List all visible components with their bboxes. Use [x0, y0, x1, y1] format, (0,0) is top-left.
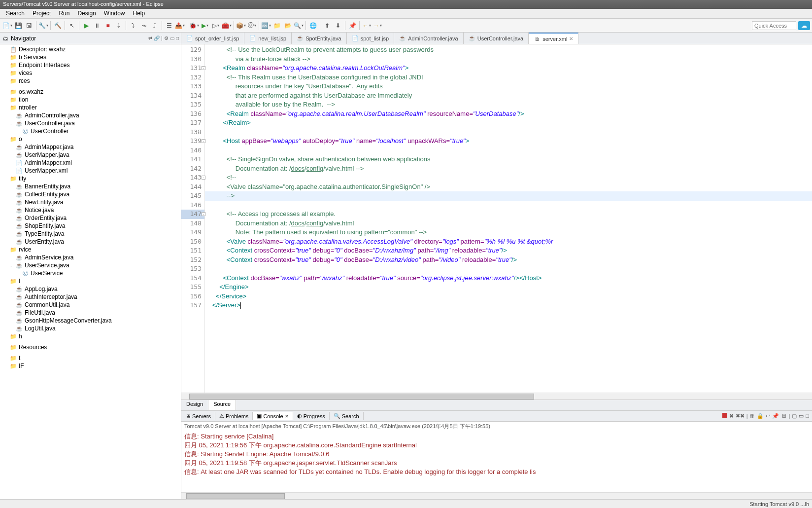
console-tab-problems[interactable]: ⚠ Problems [215, 412, 253, 420]
back-button[interactable]: ← [362, 21, 371, 30]
tree-item[interactable]: 📁Endpoint Interfaces [0, 61, 181, 69]
tree-item[interactable]: -☕UserController.java [0, 119, 181, 127]
menu-help[interactable]: Help [129, 9, 149, 18]
tree-item[interactable]: ☕AppLog.java [0, 285, 181, 293]
tree-item[interactable]: ☕OrderEntity.java [0, 214, 181, 222]
max-view-icon[interactable]: □ [806, 413, 809, 419]
new-package-icon[interactable]: 📦 [237, 21, 245, 30]
tree-item[interactable]: ⒸUserService [0, 269, 181, 277]
tree-item[interactable]: 📁vices [0, 69, 181, 77]
tree-item[interactable]: ☕LogUtil.java [0, 325, 181, 332]
code-editor[interactable]: <!-- Use the LockOutRealm to prevent att… [205, 44, 812, 393]
terminate-icon[interactable] [722, 413, 727, 418]
menu-design[interactable]: Design [73, 9, 100, 18]
word-wrap-icon[interactable]: ↩ [766, 413, 770, 419]
step-return-icon[interactable]: ⤴ [150, 21, 159, 30]
next-annotation-icon[interactable]: ⬇ [334, 21, 342, 30]
editor-hscroll[interactable] [181, 393, 812, 399]
folder-icon[interactable]: 📁 [272, 21, 281, 30]
menu-run[interactable]: Run [55, 9, 73, 18]
editor-tab[interactable]: 📄spot_order_list.jsp [181, 33, 244, 44]
menu-project[interactable]: Project [29, 9, 55, 18]
folder2-icon[interactable]: 📂 [283, 21, 292, 30]
tree-item[interactable]: -☕UserService.java [0, 261, 181, 269]
console-output[interactable]: 信息: Starting service [Catalina]四月 05, 20… [181, 431, 812, 492]
clear-console-icon[interactable]: 🗑 [749, 413, 755, 419]
new-button[interactable]: 📄 [3, 21, 12, 30]
console-tab-servers[interactable]: 🖥 Servers [181, 412, 215, 420]
editor-tab[interactable]: 🗎server.xml✕ [529, 33, 578, 44]
remove-launch-icon[interactable]: ✖ [729, 413, 734, 419]
mode-tab-design[interactable]: Design [181, 400, 208, 410]
cursor-icon[interactable]: ↖ [68, 21, 76, 30]
suspend-icon[interactable]: ⏸ [93, 21, 102, 30]
tree-item[interactable]: ☕AdminController.java [0, 111, 181, 119]
menu-window[interactable]: Window [100, 9, 129, 18]
pin-icon[interactable]: 📌 [348, 21, 357, 30]
tree-item[interactable]: ☕TypeEntity.java [0, 230, 181, 238]
tree-item[interactable]: ☕ShopEntity.java [0, 222, 181, 230]
resume-icon[interactable]: ▶ [82, 21, 91, 30]
tree-item[interactable]: ⒸUserController [0, 127, 181, 135]
tree-item[interactable]: ☕AdminMapper.java [0, 143, 181, 151]
remove-all-icon[interactable]: ✖✖ [736, 413, 744, 419]
editor-tab[interactable]: ☕AdminController.java [394, 33, 464, 44]
tree-item[interactable]: 📁IF [0, 362, 181, 370]
link-editor-icon[interactable]: 🔗 [154, 36, 160, 41]
build-icon[interactable]: 🔨 [53, 21, 62, 30]
tree-item[interactable]: 📋Descriptor: wxahz [0, 45, 181, 53]
tree-item[interactable]: ☕BannerEntity.java [0, 182, 181, 190]
tree-item[interactable]: 📁tity [0, 175, 181, 182]
cloud-icon[interactable]: ☁ [798, 21, 810, 30]
save-button[interactable]: 💾 [14, 21, 23, 30]
pin-console-icon[interactable]: 📌 [772, 413, 779, 419]
prev-annotation-icon[interactable]: ⬆ [323, 21, 332, 30]
tree-item[interactable]: 📄AdminMapper.xml [0, 159, 181, 167]
disconnect-icon[interactable]: ⇣ [114, 21, 123, 30]
tree-item[interactable]: 📁h [0, 332, 181, 340]
tree-item[interactable]: ☕UserEntity.java [0, 238, 181, 246]
run-button[interactable]: ▶ [201, 21, 209, 30]
console-tab-progress[interactable]: ◐ Progress [293, 412, 330, 420]
view-menu-icon[interactable]: ⚙ [164, 36, 169, 41]
navigator-tree[interactable]: 📋Descriptor: wxahz📁b Services📁Endpoint I… [0, 44, 181, 499]
tree-item[interactable]: ☕CollectEntity.java [0, 190, 181, 198]
tree-item[interactable]: ☕AuthInterceptor.java [0, 293, 181, 301]
min-view-icon[interactable]: ▭ [799, 413, 804, 419]
tree-item[interactable]: 📁l [0, 277, 181, 285]
open-type-icon[interactable]: 🔤 [262, 21, 271, 30]
external-tools-icon[interactable]: 🧰 [222, 21, 231, 30]
minimize-icon[interactable]: ▭ [170, 36, 174, 41]
align-icon[interactable]: ☰ [165, 21, 173, 30]
tree-item[interactable]: 📁ntroller [0, 104, 181, 111]
open-console-icon[interactable]: ▢ [792, 413, 797, 419]
new-type-icon[interactable]: ⓒ [247, 21, 256, 30]
web-icon[interactable]: 🌐 [308, 21, 317, 30]
tree-item[interactable]: 📁Resources [0, 343, 181, 351]
display-console-icon[interactable]: 🖥 [781, 413, 786, 419]
publish-icon[interactable]: 📤 [175, 21, 184, 30]
console-tab-search[interactable]: 🔍 Search [330, 412, 364, 420]
tree-item[interactable]: 📁os.wxahz [0, 88, 181, 96]
console-hscroll[interactable] [181, 492, 812, 499]
quick-access-input[interactable] [752, 21, 796, 30]
tree-item[interactable]: ☕UserMapper.java [0, 151, 181, 159]
tree-item[interactable]: ☕AdminService.java [0, 254, 181, 261]
debug-button[interactable]: 🐞 [190, 21, 199, 30]
tree-item[interactable]: ☕NewEntity.java [0, 198, 181, 206]
editor-tab[interactable]: 📄new_list.jsp [244, 33, 292, 44]
tree-item[interactable]: 📁t [0, 354, 181, 362]
tree-item[interactable]: 📄UserMapper.xml [0, 167, 181, 175]
run-last-icon[interactable]: ▷ [211, 21, 220, 30]
tree-item[interactable]: 📁rces [0, 77, 181, 85]
tree-item[interactable]: ☕CommonUtil.java [0, 301, 181, 309]
step-over-icon[interactable]: ⤼ [139, 21, 148, 30]
scroll-lock-icon[interactable]: 🔒 [757, 413, 764, 419]
tree-item[interactable]: 📁b Services [0, 53, 181, 61]
maximize-icon[interactable]: □ [176, 36, 179, 41]
tree-item[interactable]: ☕FileUtil.java [0, 309, 181, 317]
tree-item[interactable]: ☕Notice.java [0, 206, 181, 214]
console-tab-console[interactable]: ▣ Console ✕ [253, 412, 293, 420]
search-icon[interactable]: 🔍 [294, 21, 303, 30]
editor-tab[interactable]: 📄spot_list.jsp [347, 33, 394, 44]
